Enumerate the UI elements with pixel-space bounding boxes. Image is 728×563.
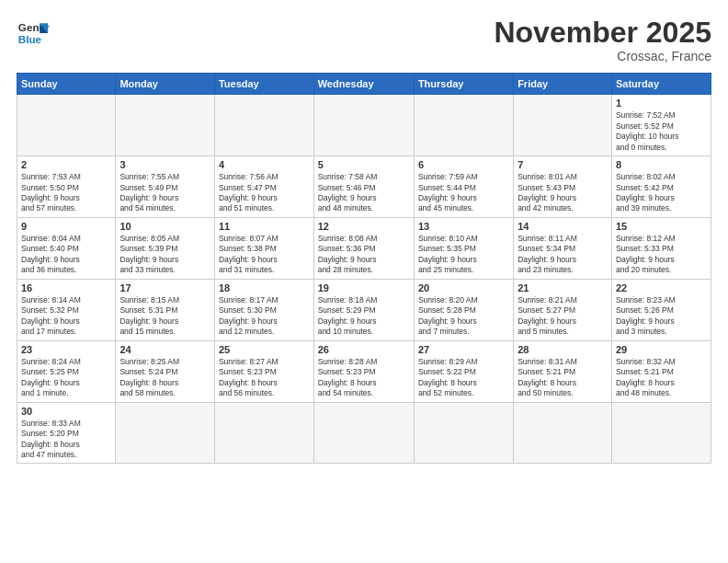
month-title: November 2025 [494, 17, 711, 49]
day-info: Sunrise: 8:28 AM Sunset: 5:23 PM Dayligh… [318, 357, 410, 399]
day-info: Sunrise: 7:53 AM Sunset: 5:50 PM Dayligh… [21, 172, 111, 214]
table-row: 25Sunrise: 8:27 AM Sunset: 5:23 PM Dayli… [214, 340, 313, 402]
day-number: 4 [219, 159, 310, 170]
table-row: 24Sunrise: 8:25 AM Sunset: 5:24 PM Dayli… [116, 340, 215, 402]
calendar-week-row: 1Sunrise: 7:52 AM Sunset: 5:52 PM Daylig… [17, 95, 711, 156]
day-number: 19 [318, 282, 410, 293]
day-number: 1 [616, 98, 707, 109]
table-row: 28Sunrise: 8:31 AM Sunset: 5:21 PM Dayli… [514, 340, 612, 402]
table-row: 7Sunrise: 8:01 AM Sunset: 5:43 PM Daylig… [514, 156, 612, 218]
day-info: Sunrise: 8:21 AM Sunset: 5:27 PM Dayligh… [518, 295, 608, 338]
day-number: 29 [616, 344, 707, 355]
title-block: November 2025 Crossac, France [494, 17, 711, 63]
day-number: 16 [21, 282, 111, 293]
day-number: 15 [616, 221, 707, 232]
table-row [514, 402, 612, 464]
table-row: 11Sunrise: 8:07 AM Sunset: 5:38 PM Dayli… [214, 217, 313, 279]
day-number: 26 [318, 344, 410, 355]
day-info: Sunrise: 8:31 AM Sunset: 5:21 PM Dayligh… [518, 357, 608, 399]
day-info: Sunrise: 8:14 AM Sunset: 5:32 PM Dayligh… [21, 295, 111, 338]
day-number: 21 [518, 282, 608, 293]
day-info: Sunrise: 8:17 AM Sunset: 5:30 PM Dayligh… [219, 295, 310, 338]
day-info: Sunrise: 7:56 AM Sunset: 5:47 PM Dayligh… [219, 172, 310, 214]
table-row: 4Sunrise: 7:56 AM Sunset: 5:47 PM Daylig… [214, 156, 313, 218]
header-tuesday: Tuesday [214, 74, 313, 95]
day-info: Sunrise: 8:27 AM Sunset: 5:23 PM Dayligh… [219, 357, 310, 399]
logo: General Blue [17, 17, 50, 50]
table-row: 15Sunrise: 8:12 AM Sunset: 5:33 PM Dayli… [611, 217, 711, 279]
table-row: 22Sunrise: 8:23 AM Sunset: 5:26 PM Dayli… [611, 279, 711, 340]
day-number: 27 [418, 344, 509, 355]
day-info: Sunrise: 8:08 AM Sunset: 5:36 PM Dayligh… [318, 234, 410, 276]
day-info: Sunrise: 8:01 AM Sunset: 5:43 PM Dayligh… [518, 172, 608, 214]
calendar-week-row: 2Sunrise: 7:53 AM Sunset: 5:50 PM Daylig… [17, 156, 711, 218]
header-sunday: Sunday [17, 74, 116, 95]
day-number: 3 [119, 159, 210, 170]
day-number: 7 [518, 159, 608, 170]
day-info: Sunrise: 7:58 AM Sunset: 5:46 PM Dayligh… [318, 172, 410, 214]
table-row: 3Sunrise: 7:55 AM Sunset: 5:49 PM Daylig… [116, 156, 215, 218]
day-number: 8 [616, 159, 707, 170]
day-number: 5 [318, 159, 410, 170]
calendar-week-row: 23Sunrise: 8:24 AM Sunset: 5:25 PM Dayli… [17, 340, 711, 402]
header-thursday: Thursday [414, 74, 513, 95]
day-info: Sunrise: 8:07 AM Sunset: 5:38 PM Dayligh… [219, 234, 310, 276]
table-row: 10Sunrise: 8:05 AM Sunset: 5:39 PM Dayli… [116, 217, 215, 279]
table-row [611, 402, 711, 464]
day-number: 25 [219, 344, 310, 355]
day-info: Sunrise: 8:24 AM Sunset: 5:25 PM Dayligh… [21, 357, 111, 399]
table-row: 17Sunrise: 8:15 AM Sunset: 5:31 PM Dayli… [116, 279, 215, 340]
day-info: Sunrise: 8:32 AM Sunset: 5:21 PM Dayligh… [616, 357, 707, 399]
day-info: Sunrise: 8:02 AM Sunset: 5:42 PM Dayligh… [616, 172, 707, 214]
day-number: 22 [616, 282, 707, 293]
table-row: 30Sunrise: 8:33 AM Sunset: 5:20 PM Dayli… [17, 402, 116, 464]
table-row: 19Sunrise: 8:18 AM Sunset: 5:29 PM Dayli… [313, 279, 414, 340]
day-number: 28 [518, 344, 608, 355]
day-info: Sunrise: 8:11 AM Sunset: 5:34 PM Dayligh… [518, 234, 608, 276]
day-number: 2 [21, 159, 111, 170]
svg-text:Blue: Blue [18, 33, 42, 45]
table-row: 13Sunrise: 8:10 AM Sunset: 5:35 PM Dayli… [414, 217, 513, 279]
table-row [414, 95, 513, 156]
day-info: Sunrise: 7:52 AM Sunset: 5:52 PM Dayligh… [616, 110, 707, 153]
calendar-table: Sunday Monday Tuesday Wednesday Thursday… [17, 73, 711, 464]
day-number: 24 [119, 344, 210, 355]
day-info: Sunrise: 7:59 AM Sunset: 5:44 PM Dayligh… [418, 172, 509, 214]
table-row [313, 402, 414, 464]
location-subtitle: Crossac, France [494, 49, 711, 63]
header-wednesday: Wednesday [313, 74, 414, 95]
day-number: 20 [418, 282, 509, 293]
table-row [414, 402, 513, 464]
calendar-header-row: Sunday Monday Tuesday Wednesday Thursday… [17, 74, 711, 95]
day-info: Sunrise: 8:29 AM Sunset: 5:22 PM Dayligh… [418, 357, 509, 399]
day-number: 13 [418, 221, 509, 232]
day-info: Sunrise: 8:20 AM Sunset: 5:28 PM Dayligh… [418, 295, 509, 338]
day-info: Sunrise: 8:12 AM Sunset: 5:33 PM Dayligh… [616, 234, 707, 276]
day-number: 18 [219, 282, 310, 293]
table-row: 16Sunrise: 8:14 AM Sunset: 5:32 PM Dayli… [17, 279, 116, 340]
table-row: 2Sunrise: 7:53 AM Sunset: 5:50 PM Daylig… [17, 156, 116, 218]
day-info: Sunrise: 8:05 AM Sunset: 5:39 PM Dayligh… [119, 234, 210, 276]
table-row [214, 402, 313, 464]
table-row [313, 95, 414, 156]
table-row: 20Sunrise: 8:20 AM Sunset: 5:28 PM Dayli… [414, 279, 513, 340]
table-row: 5Sunrise: 7:58 AM Sunset: 5:46 PM Daylig… [313, 156, 414, 218]
calendar-week-row: 9Sunrise: 8:04 AM Sunset: 5:40 PM Daylig… [17, 217, 711, 279]
day-number: 10 [119, 221, 210, 232]
day-number: 30 [21, 406, 111, 417]
calendar-week-row: 16Sunrise: 8:14 AM Sunset: 5:32 PM Dayli… [17, 279, 711, 340]
table-row: 21Sunrise: 8:21 AM Sunset: 5:27 PM Dayli… [514, 279, 612, 340]
header-saturday: Saturday [611, 74, 711, 95]
calendar-page: General Blue November 2025 Crossac, Fran… [0, 0, 728, 563]
day-info: Sunrise: 8:25 AM Sunset: 5:24 PM Dayligh… [119, 357, 210, 399]
day-info: Sunrise: 8:15 AM Sunset: 5:31 PM Dayligh… [119, 295, 210, 338]
day-info: Sunrise: 8:18 AM Sunset: 5:29 PM Dayligh… [318, 295, 410, 338]
table-row: 18Sunrise: 8:17 AM Sunset: 5:30 PM Dayli… [214, 279, 313, 340]
table-row [116, 402, 215, 464]
table-row: 9Sunrise: 8:04 AM Sunset: 5:40 PM Daylig… [17, 217, 116, 279]
table-row [17, 95, 116, 156]
day-info: Sunrise: 8:10 AM Sunset: 5:35 PM Dayligh… [418, 234, 509, 276]
header: General Blue November 2025 Crossac, Fran… [17, 17, 711, 63]
day-number: 6 [418, 159, 509, 170]
logo-icon: General Blue [17, 17, 50, 50]
